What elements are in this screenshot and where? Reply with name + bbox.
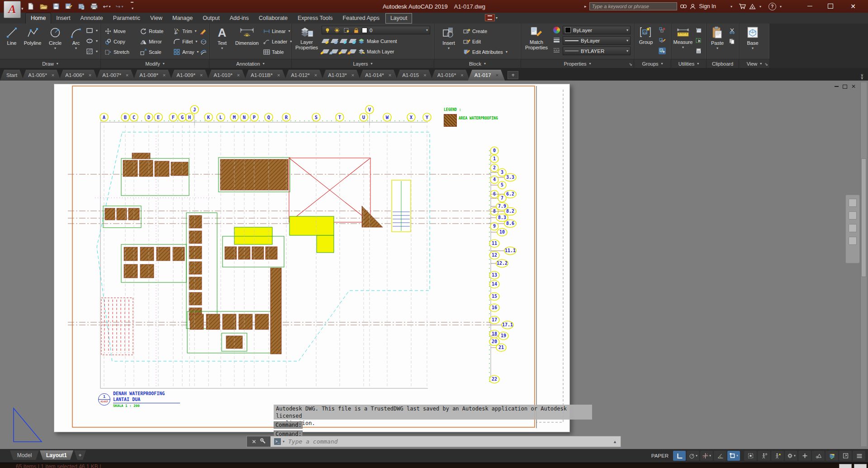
modify-panel-label[interactable]: Modify▾ [101,59,209,68]
measure-dropdown-icon[interactable]: ▾ [682,45,684,49]
navigation-bar[interactable] [845,195,860,263]
utilities-panel-label[interactable]: Utilities▾ [671,59,706,68]
recent-commands-icon[interactable]: ▾ [283,439,285,444]
graphics-performance-toggle[interactable] [825,451,838,461]
edit-block-button[interactable]: Edit [463,37,481,46]
object-snap-tracking-dropdown-icon[interactable]: ▾ [709,454,711,458]
block-panel-label[interactable]: Block▾ [434,59,521,68]
object-color-combo[interactable]: ByLayer▾ [563,26,631,34]
base-button[interactable]: Base ▾ [742,25,764,57]
linetype-icon[interactable] [553,47,560,54]
cut-button[interactable] [728,26,735,36]
make-current-button[interactable]: Make Current [367,38,397,44]
ungroup-button[interactable] [659,25,666,35]
doc-tab-a1-005[interactable]: A1-005*× [22,70,61,81]
erase-button[interactable] [199,26,207,36]
doc-tab-a1-014[interactable]: A1-014*× [359,70,398,81]
linetype-combo[interactable]: BYLAYER▾ [563,47,631,55]
doc-tab-a1-009[interactable]: A1-009*× [170,70,209,81]
workspace-switching-toggle[interactable]: ▾ [785,451,797,461]
dimension-button[interactable]: Dimension [233,25,261,57]
layer-thaw-tool-icon[interactable] [340,48,347,55]
layer-combo-dropdown-icon[interactable]: ▾ [426,28,428,32]
paste-dropdown-icon[interactable]: ▾ [716,46,718,50]
trim-button[interactable]: Trim▾ [173,26,197,36]
close-tab-icon[interactable]: × [460,72,463,78]
ribbon-tab-add-ins[interactable]: Add-ins [225,13,254,24]
ribbon-tab-parametric[interactable]: Parametric [108,13,145,24]
object-snap-tracking-toggle[interactable]: ▾ [700,451,713,461]
line-button[interactable]: Line [1,25,23,57]
group-selection-toggle[interactable] [659,46,666,56]
autodesk-360-icon[interactable] [749,4,756,10]
text-button[interactable]: A Text ▾ [211,25,233,57]
rectangle-button[interactable]: ▾ [86,26,98,35]
circle-dropdown-icon[interactable]: ▾ [54,46,56,50]
snap-mode-toggle[interactable] [673,451,686,461]
properties-launcher-icon[interactable]: ⇘ [629,62,632,67]
ribbon-tab-layout[interactable]: Layout [385,13,413,24]
arc-button[interactable]: Arc ▾ [65,25,87,57]
command-tools-icon[interactable] [260,438,266,445]
new-layout-button[interactable]: + [74,450,86,460]
doc-tab-a1-016[interactable]: A1-016*× [431,70,470,81]
close-tab-icon[interactable]: × [314,72,317,78]
row-grid-bubbles[interactable]: 01233.34566.277.988.28.38.69101111.11212… [489,147,516,383]
stretch-button[interactable]: Stretch [104,47,129,57]
polar-tracking-toggle[interactable]: ▾ [687,451,699,461]
measure-button[interactable]: Measure ▾ [672,25,694,57]
annotation-panel-label[interactable]: Annotation▾ [209,59,291,68]
ribbon-display-toggle[interactable]: ▾ [485,14,498,23]
doc-tab-a1-013[interactable]: A1-013*× [322,70,360,81]
scrollbar-thumb[interactable] [861,158,866,277]
object-snap-dropdown-icon[interactable]: ▾ [736,454,738,458]
lineweight-combo[interactable]: ByLayer▾ [563,36,631,45]
viewport-restore-icon[interactable] [843,85,847,89]
linear-dimension-button[interactable]: Linear▾ [263,26,290,36]
ribbon-tab-home[interactable]: Home [25,13,51,24]
close-tab-icon[interactable]: × [389,72,391,78]
drawing-canvas[interactable]: ABCDEFGHJKLMNPQRSTUVWXY01233.34566.277.9… [0,81,868,449]
model-tab[interactable]: Model [10,450,39,460]
base-dropdown-icon[interactable]: ▾ [752,46,754,50]
ribbon-tab-collaborate[interactable]: Collaborate [254,13,293,24]
close-tab-icon[interactable]: × [89,72,91,78]
polar-tracking-dropdown-icon[interactable]: ▾ [696,454,697,458]
customization-menu-toggle[interactable] [853,451,865,461]
copy-button[interactable]: Copy [104,37,125,46]
layers-panel-label[interactable]: Layers▾ [292,59,434,68]
red-hatch-zone[interactable] [101,298,133,355]
command-expand-icon[interactable]: ▲ [613,439,617,444]
command-line-bar[interactable]: ✕ >_ ▾ ▲ [247,436,621,447]
close-tab-icon[interactable]: × [163,72,166,78]
create-block-button[interactable]: Create [463,26,487,36]
match-layer-button[interactable]: Match Layer [367,49,394,54]
arc-dropdown-icon[interactable]: ▾ [75,46,77,50]
text-dropdown-icon[interactable]: ▾ [221,46,223,50]
clean-screen-toggle[interactable] [839,451,852,461]
pan-icon[interactable] [849,211,857,220]
layer-on-tool-icon[interactable] [322,48,329,55]
ribbon-tab-insert[interactable]: Insert [51,13,75,24]
layer-freeze-tool-icon[interactable] [340,38,347,44]
steering-wheel-icon[interactable] [849,199,857,207]
command-close-icon[interactable]: ✕ [251,439,256,445]
doc-tab-a1-017[interactable]: A1-017× [468,70,505,81]
close-tab-icon[interactable]: × [496,72,498,78]
color-wheel-icon[interactable] [553,27,560,33]
layout1-tab[interactable]: Layout1 [40,450,73,460]
help-dropdown-icon[interactable]: ▾ [780,5,782,9]
isodraft-toggle[interactable] [714,451,726,461]
application-menu-button[interactable]: A [4,1,21,18]
user-icon[interactable] [690,4,696,10]
fillet-button[interactable]: Fillet▾ [173,37,197,46]
quick-calc-button[interactable] [695,46,702,56]
ribbon-tab-express-tools[interactable]: Express Tools [293,13,338,24]
properties-panel-label[interactable]: Properties▾⇘ [521,59,634,68]
ribbon-tab-annotate[interactable]: Annotate [76,13,108,24]
circle-button[interactable]: Circle ▾ [44,25,66,57]
object-snap-toggle[interactable]: ▾ [727,451,740,461]
close-button[interactable]: ✕ [842,0,864,12]
command-input[interactable] [287,438,609,445]
close-tab-icon[interactable]: × [200,72,203,78]
